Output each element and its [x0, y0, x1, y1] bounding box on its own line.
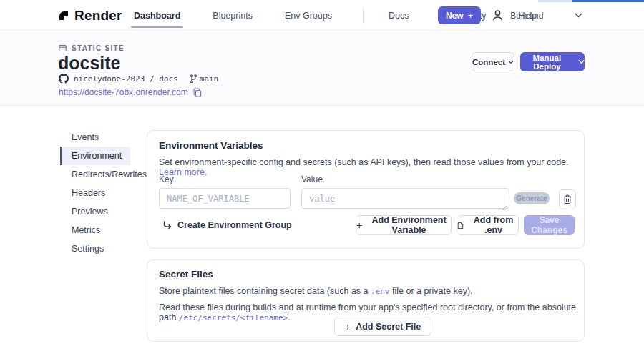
loading-bar-track — [538, 0, 572, 2]
nav-item-docs[interactable]: Docs — [387, 0, 410, 31]
environment-variables-card: Environment Variables Set environment-sp… — [147, 130, 585, 249]
sidebar-item-settings[interactable]: Settings — [60, 239, 130, 258]
nav-item-blueprints[interactable]: Blueprints — [211, 0, 254, 31]
add-from-env-button[interactable]: Add from .env — [457, 215, 519, 235]
chevron-down-icon — [578, 59, 585, 64]
plus-icon: + — [345, 322, 351, 332]
repo-name[interactable]: nicelydone-2023 / docs — [74, 74, 178, 84]
sidebar-item-headers[interactable]: Headers — [60, 184, 130, 202]
top-navigation: Render Dashboard Blueprints Env Groups D… — [0, 0, 644, 31]
loading-progress-bar — [572, 0, 644, 2]
service-url-row: https://docsite-7obx.onrender.com — [59, 87, 202, 97]
env-card-description: Set environment-specific config and secr… — [159, 157, 584, 177]
user-name: Bertrand — [510, 11, 543, 21]
sidebar-item-metrics[interactable]: Metrics — [60, 221, 130, 239]
static-site-icon — [59, 44, 67, 52]
secret-card-title: Secret Files — [159, 269, 213, 280]
sidebar-item-environment[interactable]: Environment — [60, 147, 130, 165]
connect-button[interactable]: Connect — [472, 52, 514, 71]
plus-icon: + — [468, 10, 474, 21]
value-label: Value — [301, 174, 323, 184]
add-secret-file-button[interactable]: + Add Secret File — [334, 317, 431, 336]
key-input[interactable] — [159, 188, 291, 209]
generate-button[interactable]: Generate — [514, 192, 550, 204]
user-menu-chevron-down-icon[interactable] — [575, 13, 582, 18]
sidebar-item-events[interactable]: Events — [60, 128, 130, 147]
trash-icon — [563, 194, 572, 204]
render-logo-text: Render — [74, 8, 122, 24]
create-environment-group-link[interactable]: Create Environment Group — [162, 215, 292, 234]
service-type-row: STATIC SITE — [59, 44, 125, 52]
secret-card-line1: Store plaintext files containing secret … — [159, 286, 473, 296]
save-changes-button[interactable]: Save Changes — [524, 215, 575, 235]
user-avatar-icon[interactable] — [491, 9, 504, 22]
nav-item-env-groups[interactable]: Env Groups — [283, 0, 333, 31]
env-card-title: Environment Variables — [159, 140, 263, 151]
service-header: STATIC SITE docsite nicelydone-2023 / do… — [0, 31, 644, 106]
env-file-code: .env — [371, 287, 390, 296]
add-environment-variable-button[interactable]: + Add Environment Variable — [356, 215, 452, 235]
render-logo-icon — [57, 9, 69, 21]
sidebar-item-redirects-rewrites[interactable]: Redirects/Rewrites — [60, 165, 130, 184]
service-sidebar: Events Environment Redirects/Rewrites He… — [60, 128, 130, 258]
new-button[interactable]: New + — [438, 6, 481, 24]
nav-divider — [363, 8, 364, 24]
delete-variable-button[interactable] — [559, 189, 576, 209]
secret-files-card: Secret Files Store plaintext files conta… — [147, 260, 585, 342]
manual-deploy-button[interactable]: Manual Deploy — [520, 52, 585, 71]
service-type-label: STATIC SITE — [72, 44, 125, 52]
nav-right-section: New + Bertrand — [438, 0, 644, 31]
file-icon — [457, 221, 464, 230]
github-icon — [59, 74, 69, 84]
render-logo[interactable]: Render — [57, 0, 122, 31]
nav-item-dashboard[interactable]: Dashboard — [132, 0, 182, 31]
plus-icon: + — [356, 220, 362, 230]
copy-url-icon[interactable] — [193, 88, 202, 97]
branch-row: main — [190, 74, 219, 84]
branch-name: main — [200, 74, 219, 84]
git-branch-icon — [190, 74, 197, 83]
key-label: Key — [159, 174, 174, 184]
value-input[interactable] — [301, 188, 509, 209]
page-title: docsite — [58, 53, 121, 74]
secrets-path-code: /etc/secrets/<filename> — [179, 313, 288, 322]
elbow-arrow-icon — [162, 220, 172, 229]
sidebar-item-previews[interactable]: Previews — [60, 202, 130, 221]
service-url-link[interactable]: https://docsite-7obx.onrender.com — [59, 87, 188, 97]
chevron-down-icon — [508, 60, 514, 64]
repo-row: nicelydone-2023 / docs main — [59, 74, 218, 84]
